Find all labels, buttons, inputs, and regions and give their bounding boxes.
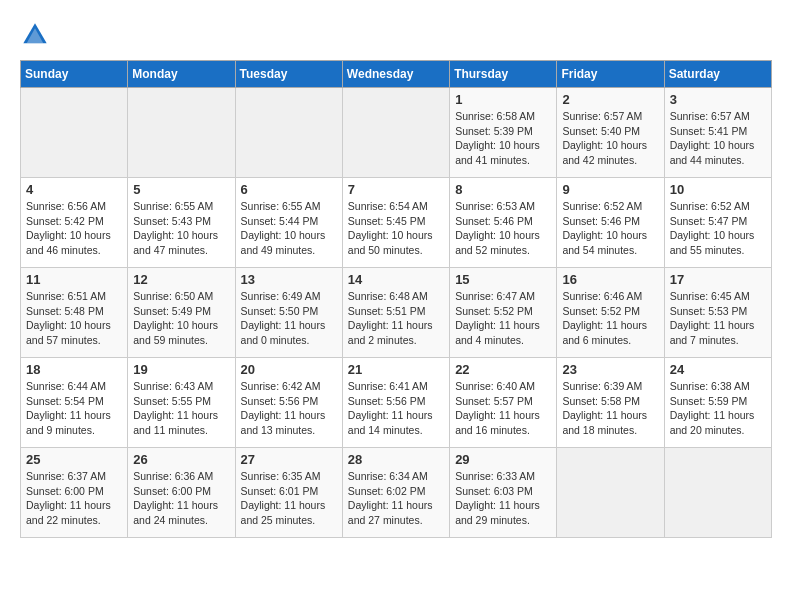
day-info: Sunrise: 6:40 AMSunset: 5:57 PMDaylight:… <box>455 379 551 438</box>
calendar-header-row: SundayMondayTuesdayWednesdayThursdayFrid… <box>21 61 772 88</box>
day-info: Sunrise: 6:57 AMSunset: 5:40 PMDaylight:… <box>562 109 658 168</box>
col-header-friday: Friday <box>557 61 664 88</box>
day-number: 24 <box>670 362 766 377</box>
calendar-cell: 14Sunrise: 6:48 AMSunset: 5:51 PMDayligh… <box>342 268 449 358</box>
day-number: 6 <box>241 182 337 197</box>
day-info: Sunrise: 6:54 AMSunset: 5:45 PMDaylight:… <box>348 199 444 258</box>
calendar-cell <box>664 448 771 538</box>
day-info: Sunrise: 6:45 AMSunset: 5:53 PMDaylight:… <box>670 289 766 348</box>
day-info: Sunrise: 6:39 AMSunset: 5:58 PMDaylight:… <box>562 379 658 438</box>
day-info: Sunrise: 6:38 AMSunset: 5:59 PMDaylight:… <box>670 379 766 438</box>
calendar-cell: 20Sunrise: 6:42 AMSunset: 5:56 PMDayligh… <box>235 358 342 448</box>
day-number: 19 <box>133 362 229 377</box>
calendar-week-row: 25Sunrise: 6:37 AMSunset: 6:00 PMDayligh… <box>21 448 772 538</box>
day-info: Sunrise: 6:51 AMSunset: 5:48 PMDaylight:… <box>26 289 122 348</box>
calendar-cell: 24Sunrise: 6:38 AMSunset: 5:59 PMDayligh… <box>664 358 771 448</box>
calendar-cell: 2Sunrise: 6:57 AMSunset: 5:40 PMDaylight… <box>557 88 664 178</box>
calendar-cell: 28Sunrise: 6:34 AMSunset: 6:02 PMDayligh… <box>342 448 449 538</box>
day-info: Sunrise: 6:49 AMSunset: 5:50 PMDaylight:… <box>241 289 337 348</box>
day-info: Sunrise: 6:47 AMSunset: 5:52 PMDaylight:… <box>455 289 551 348</box>
day-number: 22 <box>455 362 551 377</box>
day-number: 21 <box>348 362 444 377</box>
calendar-cell: 5Sunrise: 6:55 AMSunset: 5:43 PMDaylight… <box>128 178 235 268</box>
day-info: Sunrise: 6:35 AMSunset: 6:01 PMDaylight:… <box>241 469 337 528</box>
calendar-week-row: 11Sunrise: 6:51 AMSunset: 5:48 PMDayligh… <box>21 268 772 358</box>
col-header-tuesday: Tuesday <box>235 61 342 88</box>
calendar-cell <box>342 88 449 178</box>
calendar-cell: 25Sunrise: 6:37 AMSunset: 6:00 PMDayligh… <box>21 448 128 538</box>
day-info: Sunrise: 6:41 AMSunset: 5:56 PMDaylight:… <box>348 379 444 438</box>
calendar-cell: 3Sunrise: 6:57 AMSunset: 5:41 PMDaylight… <box>664 88 771 178</box>
day-info: Sunrise: 6:57 AMSunset: 5:41 PMDaylight:… <box>670 109 766 168</box>
day-number: 8 <box>455 182 551 197</box>
calendar-cell <box>21 88 128 178</box>
day-number: 2 <box>562 92 658 107</box>
day-info: Sunrise: 6:46 AMSunset: 5:52 PMDaylight:… <box>562 289 658 348</box>
day-number: 15 <box>455 272 551 287</box>
calendar-cell: 16Sunrise: 6:46 AMSunset: 5:52 PMDayligh… <box>557 268 664 358</box>
col-header-thursday: Thursday <box>450 61 557 88</box>
calendar-cell: 13Sunrise: 6:49 AMSunset: 5:50 PMDayligh… <box>235 268 342 358</box>
calendar-cell: 21Sunrise: 6:41 AMSunset: 5:56 PMDayligh… <box>342 358 449 448</box>
day-info: Sunrise: 6:34 AMSunset: 6:02 PMDaylight:… <box>348 469 444 528</box>
day-number: 9 <box>562 182 658 197</box>
day-info: Sunrise: 6:55 AMSunset: 5:44 PMDaylight:… <box>241 199 337 258</box>
calendar-cell: 6Sunrise: 6:55 AMSunset: 5:44 PMDaylight… <box>235 178 342 268</box>
calendar-cell: 10Sunrise: 6:52 AMSunset: 5:47 PMDayligh… <box>664 178 771 268</box>
day-number: 7 <box>348 182 444 197</box>
calendar-cell: 22Sunrise: 6:40 AMSunset: 5:57 PMDayligh… <box>450 358 557 448</box>
col-header-sunday: Sunday <box>21 61 128 88</box>
calendar-cell: 27Sunrise: 6:35 AMSunset: 6:01 PMDayligh… <box>235 448 342 538</box>
calendar-cell: 15Sunrise: 6:47 AMSunset: 5:52 PMDayligh… <box>450 268 557 358</box>
calendar-cell: 11Sunrise: 6:51 AMSunset: 5:48 PMDayligh… <box>21 268 128 358</box>
day-info: Sunrise: 6:37 AMSunset: 6:00 PMDaylight:… <box>26 469 122 528</box>
page-header <box>20 20 772 50</box>
day-number: 1 <box>455 92 551 107</box>
calendar-cell: 4Sunrise: 6:56 AMSunset: 5:42 PMDaylight… <box>21 178 128 268</box>
calendar-cell <box>235 88 342 178</box>
calendar-cell <box>128 88 235 178</box>
day-info: Sunrise: 6:36 AMSunset: 6:00 PMDaylight:… <box>133 469 229 528</box>
col-header-wednesday: Wednesday <box>342 61 449 88</box>
logo-icon <box>20 20 50 50</box>
calendar-cell: 8Sunrise: 6:53 AMSunset: 5:46 PMDaylight… <box>450 178 557 268</box>
day-number: 12 <box>133 272 229 287</box>
day-number: 16 <box>562 272 658 287</box>
day-number: 10 <box>670 182 766 197</box>
calendar-cell: 18Sunrise: 6:44 AMSunset: 5:54 PMDayligh… <box>21 358 128 448</box>
calendar-cell: 1Sunrise: 6:58 AMSunset: 5:39 PMDaylight… <box>450 88 557 178</box>
day-info: Sunrise: 6:48 AMSunset: 5:51 PMDaylight:… <box>348 289 444 348</box>
day-info: Sunrise: 6:52 AMSunset: 5:46 PMDaylight:… <box>562 199 658 258</box>
day-info: Sunrise: 6:44 AMSunset: 5:54 PMDaylight:… <box>26 379 122 438</box>
day-number: 28 <box>348 452 444 467</box>
day-number: 18 <box>26 362 122 377</box>
day-info: Sunrise: 6:53 AMSunset: 5:46 PMDaylight:… <box>455 199 551 258</box>
day-number: 27 <box>241 452 337 467</box>
day-number: 17 <box>670 272 766 287</box>
calendar-cell <box>557 448 664 538</box>
day-info: Sunrise: 6:52 AMSunset: 5:47 PMDaylight:… <box>670 199 766 258</box>
day-number: 5 <box>133 182 229 197</box>
day-info: Sunrise: 6:50 AMSunset: 5:49 PMDaylight:… <box>133 289 229 348</box>
day-number: 11 <box>26 272 122 287</box>
day-number: 14 <box>348 272 444 287</box>
calendar-cell: 23Sunrise: 6:39 AMSunset: 5:58 PMDayligh… <box>557 358 664 448</box>
calendar-week-row: 18Sunrise: 6:44 AMSunset: 5:54 PMDayligh… <box>21 358 772 448</box>
day-number: 4 <box>26 182 122 197</box>
calendar-cell: 26Sunrise: 6:36 AMSunset: 6:00 PMDayligh… <box>128 448 235 538</box>
logo <box>20 20 54 50</box>
day-info: Sunrise: 6:43 AMSunset: 5:55 PMDaylight:… <box>133 379 229 438</box>
calendar-week-row: 4Sunrise: 6:56 AMSunset: 5:42 PMDaylight… <box>21 178 772 268</box>
calendar-table: SundayMondayTuesdayWednesdayThursdayFrid… <box>20 60 772 538</box>
calendar-cell: 29Sunrise: 6:33 AMSunset: 6:03 PMDayligh… <box>450 448 557 538</box>
col-header-monday: Monday <box>128 61 235 88</box>
calendar-cell: 19Sunrise: 6:43 AMSunset: 5:55 PMDayligh… <box>128 358 235 448</box>
day-info: Sunrise: 6:42 AMSunset: 5:56 PMDaylight:… <box>241 379 337 438</box>
day-number: 20 <box>241 362 337 377</box>
day-number: 3 <box>670 92 766 107</box>
day-number: 26 <box>133 452 229 467</box>
calendar-cell: 9Sunrise: 6:52 AMSunset: 5:46 PMDaylight… <box>557 178 664 268</box>
day-info: Sunrise: 6:56 AMSunset: 5:42 PMDaylight:… <box>26 199 122 258</box>
calendar-cell: 7Sunrise: 6:54 AMSunset: 5:45 PMDaylight… <box>342 178 449 268</box>
day-info: Sunrise: 6:33 AMSunset: 6:03 PMDaylight:… <box>455 469 551 528</box>
